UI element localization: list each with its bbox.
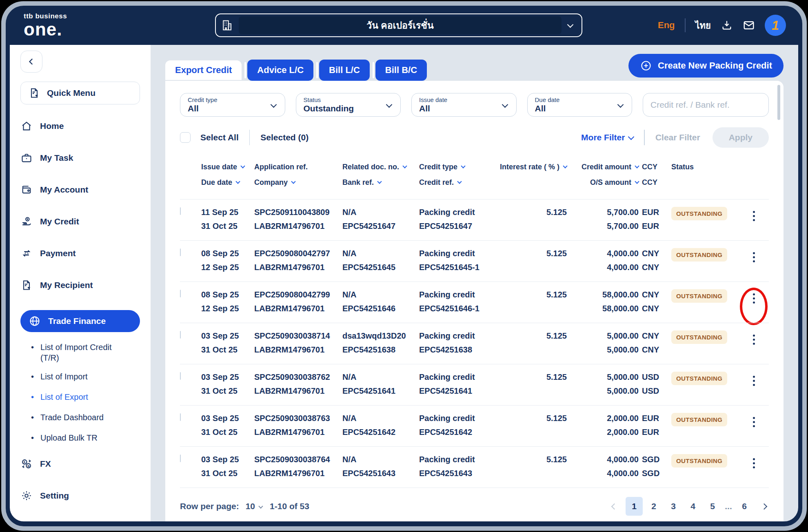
chevron-down-icon[interactable]	[258, 504, 263, 508]
sort-chevron-icon[interactable]	[235, 179, 240, 184]
sort-chevron-icon[interactable]	[291, 179, 295, 184]
sidebar-item-payment[interactable]: Payment	[20, 246, 140, 260]
row-checkbox[interactable]	[180, 248, 181, 256]
page-button-5[interactable]: 5	[704, 497, 721, 516]
mail-icon[interactable]	[743, 19, 755, 31]
sidebar-collapse-button[interactable]	[20, 51, 42, 73]
column-header-status[interactable]: Status	[671, 162, 741, 193]
row-actions-kebab-menu[interactable]	[746, 248, 761, 266]
page-button-6[interactable]: 6	[736, 497, 753, 516]
sidebar-subitem-upload-bulk-tr[interactable]: •Upload Bulk TR	[20, 432, 140, 443]
apply-button[interactable]: Apply	[713, 127, 769, 148]
related-doc-no: N/A	[342, 289, 416, 300]
row-actions-kebab-menu[interactable]	[746, 372, 761, 390]
tab-export-credit[interactable]: Export Credit	[165, 60, 242, 80]
column-header-issue-date[interactable]: Issue dateDue date	[201, 162, 251, 193]
sort-chevron-icon[interactable]	[402, 164, 407, 168]
sidebar-item-quick-menu[interactable]: Quick Menu	[20, 82, 140, 104]
select-all-label[interactable]: Select All	[200, 133, 239, 142]
os-amount: 4,000.00	[570, 262, 639, 273]
row-actions-kebab-menu[interactable]	[746, 454, 761, 472]
sidebar-item-setting[interactable]: Setting	[20, 489, 140, 503]
bullet-icon: •	[31, 392, 34, 402]
status-badge: OUTSTANDING	[671, 248, 727, 262]
sidebar-subitem-list-of-export[interactable]: •List of Export	[20, 392, 140, 402]
sidebar-item-my-account[interactable]: My Account	[20, 183, 140, 197]
svg-text:$: $	[24, 460, 26, 464]
credit-ccy: CNY	[642, 248, 668, 259]
sort-chevron-icon[interactable]	[377, 179, 382, 184]
row-checkbox[interactable]	[180, 413, 181, 421]
row-actions-kebab-menu[interactable]	[746, 207, 761, 225]
sidebar-item-fx[interactable]: $ B FX	[20, 457, 140, 471]
credit-type: Packing credit	[419, 413, 495, 423]
company-selector[interactable]: วัน คอเปอร์เรชั่น	[215, 13, 582, 37]
sidebar-item-label: Home	[40, 121, 64, 131]
avatar[interactable]: 1	[765, 15, 786, 36]
row-checkbox[interactable]	[180, 207, 181, 215]
filter-status[interactable]: Status Outstanding	[296, 93, 401, 117]
tab-bill-b-c[interactable]: Bill B/C	[375, 60, 427, 81]
filter-value: All	[188, 104, 277, 113]
row-checkbox[interactable]	[180, 290, 181, 297]
credit-ref-search-input[interactable]	[643, 93, 769, 117]
inactive-tabs: Advice L/CBill L/CBill B/C	[242, 60, 427, 81]
sort-chevron-icon[interactable]	[461, 164, 465, 168]
sort-chevron-icon[interactable]	[240, 164, 245, 168]
next-page-button[interactable]	[761, 503, 768, 510]
filter-credit-type[interactable]: Credit type All	[180, 93, 285, 117]
sidebar-item-trade-finance[interactable]: Trade Finance	[20, 310, 140, 332]
column-header-ccy[interactable]: CCYCCY	[642, 162, 668, 193]
language-eng[interactable]: Eng	[658, 20, 675, 31]
row-actions-kebab-menu[interactable]	[746, 289, 761, 307]
language-thai[interactable]: ไทย	[695, 18, 711, 33]
sidebar-item-my-recipient[interactable]: My Recipient	[20, 278, 140, 292]
tab-bill-l-c[interactable]: Bill L/C	[319, 60, 370, 81]
plus-circle-icon	[640, 60, 652, 72]
create-new-packing-credit-button[interactable]: Create New Packing Credit	[628, 54, 784, 78]
row-checkbox[interactable]	[180, 454, 181, 462]
page-button-2[interactable]: 2	[645, 497, 662, 516]
sort-chevron-icon[interactable]	[635, 179, 639, 184]
filter-issue-date[interactable]: Issue date All	[411, 93, 517, 117]
column-header-credit-amount[interactable]: Credit amountO/S amount	[570, 162, 639, 193]
download-icon[interactable]	[721, 19, 733, 31]
page-button-4[interactable]: 4	[684, 497, 701, 516]
sort-chevron-icon[interactable]	[635, 164, 639, 168]
column-header-application-ref-[interactable]: Application ref.Company	[254, 162, 339, 193]
clear-filter-button[interactable]: Clear Filter	[655, 133, 700, 142]
credit-type: Packing credit	[419, 372, 495, 382]
page-button-3[interactable]: 3	[665, 497, 682, 516]
credit-ccy: EUR	[642, 207, 668, 217]
tab-advice-l-c[interactable]: Advice L/C	[247, 60, 313, 81]
select-all-checkbox[interactable]	[180, 132, 191, 143]
sort-chevron-icon[interactable]	[563, 164, 567, 168]
sidebar-subitem-list-of-import[interactable]: •List of Import	[20, 371, 140, 382]
issue-date: 03 Sep 25	[201, 330, 251, 341]
row-checkbox[interactable]	[180, 372, 181, 380]
page-button-1[interactable]: 1	[626, 497, 643, 516]
sidebar-item-my-credit[interactable]: My Credit	[20, 215, 140, 228]
credit-type: Packing credit	[419, 330, 495, 341]
row-per-page-value[interactable]: 10	[246, 501, 255, 511]
logo-line2: one.	[24, 20, 146, 38]
filter-due-date[interactable]: Due date All	[527, 93, 633, 117]
column-header-related-doc-no-[interactable]: Related doc. no.Bank ref.	[342, 162, 416, 193]
previous-page-button[interactable]	[611, 503, 618, 510]
more-filter-button[interactable]: More Filter	[581, 133, 633, 142]
sidebar-subitem-list-of-import-credit-t-r-[interactable]: •List of Import Credit (T/R)	[20, 342, 140, 363]
sidebar-item-home[interactable]: Home	[20, 119, 140, 133]
sidebar-subnav: •List of Import Credit (T/R)•List of Imp…	[20, 342, 140, 443]
sidebar-subitem-trade-dashboard[interactable]: •Trade Dashboard	[20, 412, 140, 423]
interest-rate: 5.125	[498, 372, 567, 382]
scrollbar-thumb[interactable]	[777, 85, 780, 120]
filter-label: Credit type	[188, 96, 277, 103]
column-header-credit-type[interactable]: Credit typeCredit ref.	[419, 162, 495, 193]
due-date: 31 Oct 25	[201, 344, 251, 355]
sort-chevron-icon[interactable]	[457, 179, 462, 184]
row-actions-kebab-menu[interactable]	[746, 330, 761, 348]
row-actions-kebab-menu[interactable]	[746, 413, 761, 431]
sidebar-item-my-task[interactable]: My Task	[20, 151, 140, 165]
row-checkbox[interactable]	[180, 331, 181, 339]
column-header-interest-rate-[interactable]: Interest rate ( % )	[498, 162, 567, 193]
